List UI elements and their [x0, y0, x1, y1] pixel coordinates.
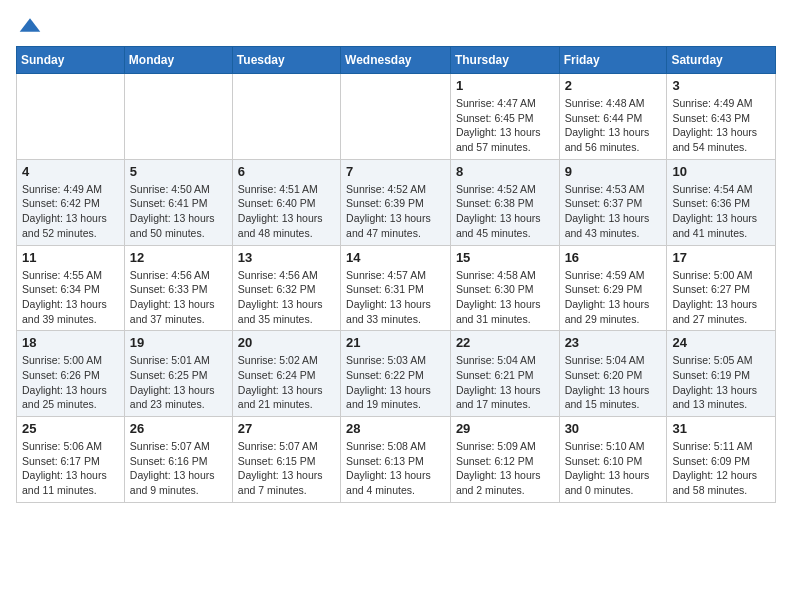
day-info: Sunrise: 5:09 AM Sunset: 6:12 PM Dayligh…: [456, 439, 554, 498]
calendar-cell: 3Sunrise: 4:49 AM Sunset: 6:43 PM Daylig…: [667, 74, 776, 160]
calendar-cell: 5Sunrise: 4:50 AM Sunset: 6:41 PM Daylig…: [124, 159, 232, 245]
calendar-header-row: SundayMondayTuesdayWednesdayThursdayFrid…: [17, 47, 776, 74]
day-number: 16: [565, 250, 662, 265]
day-info: Sunrise: 4:54 AM Sunset: 6:36 PM Dayligh…: [672, 182, 770, 241]
day-header-thursday: Thursday: [450, 47, 559, 74]
calendar-cell: 24Sunrise: 5:05 AM Sunset: 6:19 PM Dayli…: [667, 331, 776, 417]
calendar-cell: 23Sunrise: 5:04 AM Sunset: 6:20 PM Dayli…: [559, 331, 667, 417]
day-info: Sunrise: 4:59 AM Sunset: 6:29 PM Dayligh…: [565, 268, 662, 327]
logo: [16, 16, 42, 34]
calendar-cell: 4Sunrise: 4:49 AM Sunset: 6:42 PM Daylig…: [17, 159, 125, 245]
calendar-table: SundayMondayTuesdayWednesdayThursdayFrid…: [16, 46, 776, 503]
calendar-cell: [341, 74, 451, 160]
day-number: 14: [346, 250, 445, 265]
day-number: 8: [456, 164, 554, 179]
day-info: Sunrise: 4:56 AM Sunset: 6:32 PM Dayligh…: [238, 268, 335, 327]
day-number: 9: [565, 164, 662, 179]
day-number: 19: [130, 335, 227, 350]
day-header-friday: Friday: [559, 47, 667, 74]
day-number: 2: [565, 78, 662, 93]
calendar-cell: 29Sunrise: 5:09 AM Sunset: 6:12 PM Dayli…: [450, 417, 559, 503]
day-number: 24: [672, 335, 770, 350]
day-info: Sunrise: 5:06 AM Sunset: 6:17 PM Dayligh…: [22, 439, 119, 498]
calendar-cell: 14Sunrise: 4:57 AM Sunset: 6:31 PM Dayli…: [341, 245, 451, 331]
calendar-cell: 15Sunrise: 4:58 AM Sunset: 6:30 PM Dayli…: [450, 245, 559, 331]
calendar-cell: 26Sunrise: 5:07 AM Sunset: 6:16 PM Dayli…: [124, 417, 232, 503]
day-info: Sunrise: 5:03 AM Sunset: 6:22 PM Dayligh…: [346, 353, 445, 412]
day-number: 22: [456, 335, 554, 350]
day-info: Sunrise: 5:02 AM Sunset: 6:24 PM Dayligh…: [238, 353, 335, 412]
calendar-cell: 11Sunrise: 4:55 AM Sunset: 6:34 PM Dayli…: [17, 245, 125, 331]
day-info: Sunrise: 4:52 AM Sunset: 6:38 PM Dayligh…: [456, 182, 554, 241]
day-number: 26: [130, 421, 227, 436]
calendar-week-1: 1Sunrise: 4:47 AM Sunset: 6:45 PM Daylig…: [17, 74, 776, 160]
day-info: Sunrise: 5:00 AM Sunset: 6:27 PM Dayligh…: [672, 268, 770, 327]
calendar-cell: 17Sunrise: 5:00 AM Sunset: 6:27 PM Dayli…: [667, 245, 776, 331]
day-info: Sunrise: 4:49 AM Sunset: 6:43 PM Dayligh…: [672, 96, 770, 155]
day-number: 27: [238, 421, 335, 436]
day-info: Sunrise: 5:00 AM Sunset: 6:26 PM Dayligh…: [22, 353, 119, 412]
day-number: 4: [22, 164, 119, 179]
day-number: 31: [672, 421, 770, 436]
day-info: Sunrise: 4:51 AM Sunset: 6:40 PM Dayligh…: [238, 182, 335, 241]
day-number: 12: [130, 250, 227, 265]
day-number: 21: [346, 335, 445, 350]
calendar-cell: 28Sunrise: 5:08 AM Sunset: 6:13 PM Dayli…: [341, 417, 451, 503]
calendar-cell: 21Sunrise: 5:03 AM Sunset: 6:22 PM Dayli…: [341, 331, 451, 417]
calendar-week-5: 25Sunrise: 5:06 AM Sunset: 6:17 PM Dayli…: [17, 417, 776, 503]
calendar-cell: [124, 74, 232, 160]
day-header-saturday: Saturday: [667, 47, 776, 74]
calendar-cell: 10Sunrise: 4:54 AM Sunset: 6:36 PM Dayli…: [667, 159, 776, 245]
calendar-cell: 8Sunrise: 4:52 AM Sunset: 6:38 PM Daylig…: [450, 159, 559, 245]
calendar-cell: 25Sunrise: 5:06 AM Sunset: 6:17 PM Dayli…: [17, 417, 125, 503]
day-info: Sunrise: 4:52 AM Sunset: 6:39 PM Dayligh…: [346, 182, 445, 241]
day-number: 7: [346, 164, 445, 179]
calendar-cell: 19Sunrise: 5:01 AM Sunset: 6:25 PM Dayli…: [124, 331, 232, 417]
day-number: 13: [238, 250, 335, 265]
calendar-cell: 16Sunrise: 4:59 AM Sunset: 6:29 PM Dayli…: [559, 245, 667, 331]
page-header: [16, 16, 776, 34]
calendar-cell: 30Sunrise: 5:10 AM Sunset: 6:10 PM Dayli…: [559, 417, 667, 503]
calendar-cell: 18Sunrise: 5:00 AM Sunset: 6:26 PM Dayli…: [17, 331, 125, 417]
day-number: 5: [130, 164, 227, 179]
calendar-cell: 9Sunrise: 4:53 AM Sunset: 6:37 PM Daylig…: [559, 159, 667, 245]
calendar-cell: 12Sunrise: 4:56 AM Sunset: 6:33 PM Dayli…: [124, 245, 232, 331]
day-info: Sunrise: 4:55 AM Sunset: 6:34 PM Dayligh…: [22, 268, 119, 327]
day-number: 28: [346, 421, 445, 436]
day-info: Sunrise: 5:07 AM Sunset: 6:16 PM Dayligh…: [130, 439, 227, 498]
calendar-cell: 2Sunrise: 4:48 AM Sunset: 6:44 PM Daylig…: [559, 74, 667, 160]
day-info: Sunrise: 5:07 AM Sunset: 6:15 PM Dayligh…: [238, 439, 335, 498]
day-number: 29: [456, 421, 554, 436]
day-number: 6: [238, 164, 335, 179]
day-number: 3: [672, 78, 770, 93]
calendar-cell: 27Sunrise: 5:07 AM Sunset: 6:15 PM Dayli…: [232, 417, 340, 503]
day-info: Sunrise: 5:10 AM Sunset: 6:10 PM Dayligh…: [565, 439, 662, 498]
svg-marker-0: [20, 18, 41, 32]
day-number: 11: [22, 250, 119, 265]
day-info: Sunrise: 5:11 AM Sunset: 6:09 PM Dayligh…: [672, 439, 770, 498]
calendar-cell: 22Sunrise: 5:04 AM Sunset: 6:21 PM Dayli…: [450, 331, 559, 417]
day-info: Sunrise: 4:56 AM Sunset: 6:33 PM Dayligh…: [130, 268, 227, 327]
day-info: Sunrise: 4:50 AM Sunset: 6:41 PM Dayligh…: [130, 182, 227, 241]
calendar-cell: 1Sunrise: 4:47 AM Sunset: 6:45 PM Daylig…: [450, 74, 559, 160]
day-info: Sunrise: 5:04 AM Sunset: 6:20 PM Dayligh…: [565, 353, 662, 412]
day-info: Sunrise: 5:01 AM Sunset: 6:25 PM Dayligh…: [130, 353, 227, 412]
day-number: 30: [565, 421, 662, 436]
calendar-cell: 13Sunrise: 4:56 AM Sunset: 6:32 PM Dayli…: [232, 245, 340, 331]
day-info: Sunrise: 4:58 AM Sunset: 6:30 PM Dayligh…: [456, 268, 554, 327]
day-header-sunday: Sunday: [17, 47, 125, 74]
logo-icon: [18, 16, 42, 34]
day-info: Sunrise: 5:08 AM Sunset: 6:13 PM Dayligh…: [346, 439, 445, 498]
day-header-tuesday: Tuesday: [232, 47, 340, 74]
calendar-week-4: 18Sunrise: 5:00 AM Sunset: 6:26 PM Dayli…: [17, 331, 776, 417]
calendar-cell: 20Sunrise: 5:02 AM Sunset: 6:24 PM Dayli…: [232, 331, 340, 417]
day-info: Sunrise: 4:57 AM Sunset: 6:31 PM Dayligh…: [346, 268, 445, 327]
calendar-cell: [17, 74, 125, 160]
day-number: 25: [22, 421, 119, 436]
calendar-cell: 31Sunrise: 5:11 AM Sunset: 6:09 PM Dayli…: [667, 417, 776, 503]
calendar-week-2: 4Sunrise: 4:49 AM Sunset: 6:42 PM Daylig…: [17, 159, 776, 245]
day-number: 10: [672, 164, 770, 179]
calendar-cell: [232, 74, 340, 160]
day-header-wednesday: Wednesday: [341, 47, 451, 74]
calendar-week-3: 11Sunrise: 4:55 AM Sunset: 6:34 PM Dayli…: [17, 245, 776, 331]
